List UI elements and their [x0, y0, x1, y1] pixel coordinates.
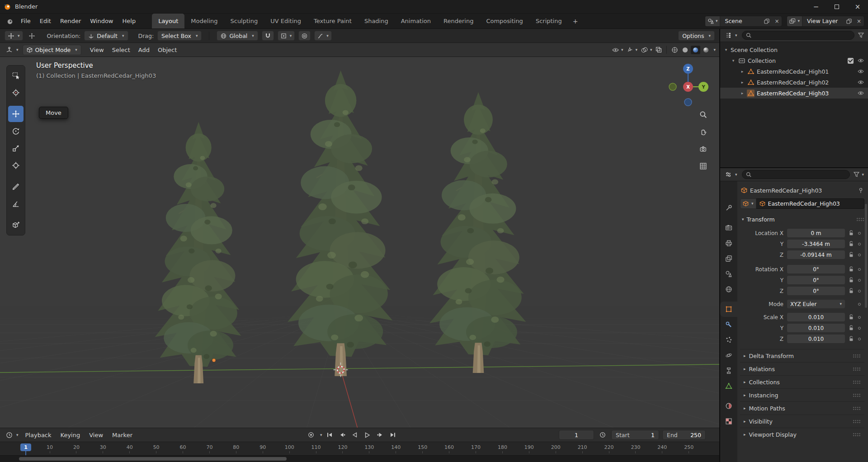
panel-grip[interactable]	[853, 367, 861, 371]
panel-section-header[interactable]: ▸ Delta Transform	[740, 349, 864, 362]
jump-to-start-button[interactable]	[324, 430, 335, 440]
properties-filter-button[interactable]: ▾	[852, 171, 865, 178]
animate-rotation-z[interactable]	[857, 290, 862, 292]
tab-scene[interactable]	[720, 266, 737, 282]
next-keyframe-button[interactable]	[375, 430, 386, 440]
menu-item[interactable]: Edit	[35, 16, 56, 26]
panel-grip[interactable]	[853, 433, 861, 437]
scale-z-field[interactable]: 0.010	[787, 335, 845, 343]
lock-location-y[interactable]	[847, 241, 855, 247]
animate-scale-y[interactable]	[857, 327, 862, 330]
viewport-menu-item[interactable]: Object	[154, 45, 181, 55]
use-preview-range-toggle[interactable]	[597, 430, 608, 440]
panel-grip[interactable]	[853, 354, 861, 358]
expand-icon[interactable]: ▸	[740, 91, 745, 95]
orientation-dropdown[interactable]: Default ▾	[84, 31, 128, 41]
tab-particles[interactable]	[720, 332, 737, 348]
view-layer-browse-button[interactable]: ▾	[787, 16, 802, 26]
transform-orientation-dropdown[interactable]: Global ▾	[217, 31, 258, 41]
animate-location-x[interactable]	[857, 232, 862, 235]
location-z-field[interactable]: -0.09144 m	[787, 250, 845, 259]
lock-rotation-x[interactable]	[847, 266, 855, 272]
animate-scale-x[interactable]	[857, 316, 862, 319]
panel-section-header[interactable]: ▸ Visibility	[740, 415, 864, 428]
scene-name-field[interactable]: Scene	[720, 18, 762, 24]
tab-texture[interactable]	[720, 414, 737, 429]
workspace-tab[interactable]: Rendering	[437, 14, 480, 28]
location-y-field[interactable]: -3.3464 m	[787, 240, 845, 248]
visibility-eye-icon[interactable]	[858, 69, 864, 74]
shading-solid-button[interactable]	[680, 46, 690, 54]
pin-icon[interactable]	[858, 188, 863, 193]
lock-scale-x[interactable]	[847, 314, 855, 320]
scale-y-field[interactable]: 0.010	[787, 324, 845, 332]
shading-wireframe-button[interactable]	[670, 46, 679, 54]
object-visibility-dropdown[interactable]: ▾	[611, 47, 625, 53]
viewport-menu-item[interactable]: Add	[134, 45, 154, 55]
editor-type-dropdown[interactable]: ▾	[4, 46, 21, 54]
animate-location-z[interactable]	[857, 254, 862, 256]
gizmo-axis-neg-y[interactable]	[669, 83, 676, 90]
lock-rotation-y[interactable]	[847, 277, 855, 283]
lock-rotation-z[interactable]	[847, 288, 855, 294]
workspace-tab[interactable]: Layout	[152, 14, 184, 28]
gizmo-axis-z[interactable]: Z	[683, 64, 693, 74]
workspace-tab[interactable]: Modeling	[184, 14, 224, 28]
tab-physics[interactable]	[720, 348, 737, 363]
menu-item[interactable]: Render	[56, 16, 85, 26]
tab-modifiers[interactable]	[720, 317, 737, 332]
animate-rotation-mode[interactable]	[857, 303, 862, 306]
remove-view-layer-button[interactable]: ×	[854, 16, 864, 26]
panel-grip[interactable]	[853, 406, 861, 410]
viewport-menu-item[interactable]: Select	[108, 45, 134, 55]
snap-settings-dropdown[interactable]: ▾	[278, 31, 295, 41]
snap-toggle-button[interactable]	[262, 31, 274, 41]
panel-section-header[interactable]: ▸ Instancing	[740, 388, 864, 401]
play-reverse-button[interactable]	[349, 430, 360, 440]
lock-scale-z[interactable]	[847, 336, 855, 342]
maximize-button[interactable]	[826, 0, 847, 13]
mode-dropdown[interactable]: Object Mode ▾	[23, 45, 81, 55]
add-cube-tool[interactable]	[8, 217, 24, 233]
outliner-object-row[interactable]: ▸ EasternRedCedar_High02	[720, 77, 868, 88]
close-button[interactable]: ×	[847, 0, 868, 13]
scale-tool[interactable]	[8, 140, 24, 156]
shading-material-preview-button[interactable]	[691, 46, 700, 54]
timeline-scrollbar-handle[interactable]	[19, 457, 287, 461]
timeline-ruler[interactable]: 1020304050607080901001101201301401501601…	[0, 442, 719, 455]
rotate-tool[interactable]	[8, 123, 24, 139]
jump-to-end-button[interactable]	[387, 430, 398, 440]
visibility-eye-icon[interactable]	[858, 58, 864, 63]
move-tool[interactable]	[8, 106, 24, 122]
visibility-eye-icon[interactable]	[858, 80, 864, 85]
workspace-tab[interactable]: Texture Paint	[307, 14, 358, 28]
tab-tool[interactable]	[720, 200, 737, 216]
workspace-tab[interactable]: Sculpting	[224, 14, 264, 28]
view-layer-name-field[interactable]: View Layer	[802, 18, 844, 24]
animate-scale-z[interactable]	[857, 338, 862, 340]
panel-section-header[interactable]: ▸ Motion Paths	[740, 401, 864, 415]
blender-app-menu-button[interactable]	[4, 18, 16, 25]
location-x-field[interactable]: 0 m	[787, 229, 845, 237]
current-frame-field[interactable]: 1	[559, 430, 594, 440]
workspace-tab[interactable]: Shading	[358, 14, 395, 28]
tab-object[interactable]	[720, 302, 737, 317]
expand-icon[interactable]: ▾	[724, 48, 728, 52]
tab-world[interactable]	[720, 282, 737, 297]
outliner-search-input[interactable]	[742, 31, 854, 40]
3d-viewport[interactable]: User Perspective (1) Collection | Easter…	[0, 57, 719, 428]
expand-icon[interactable]: ▾	[731, 59, 736, 63]
drag-dropdown[interactable]: Select Box ▾	[157, 31, 202, 41]
workspace-tab[interactable]: UV Editing	[264, 14, 307, 28]
outliner-row-scene-collection[interactable]: ▾ Scene Collection	[720, 44, 868, 55]
workspace-tab[interactable]: Scripting	[529, 14, 568, 28]
menu-item[interactable]: Help	[118, 16, 141, 26]
animate-location-y[interactable]	[857, 243, 862, 245]
tab-output[interactable]	[720, 236, 737, 251]
workspace-tab[interactable]: Compositing	[480, 14, 529, 28]
viewport-menu-item[interactable]: View	[86, 45, 108, 55]
unlink-scene-button[interactable]: ×	[772, 16, 782, 26]
gizmo-axis-x[interactable]: X	[683, 82, 693, 92]
object-browse-button[interactable]: ▾	[740, 198, 756, 209]
animate-rotation-y[interactable]	[857, 279, 862, 282]
